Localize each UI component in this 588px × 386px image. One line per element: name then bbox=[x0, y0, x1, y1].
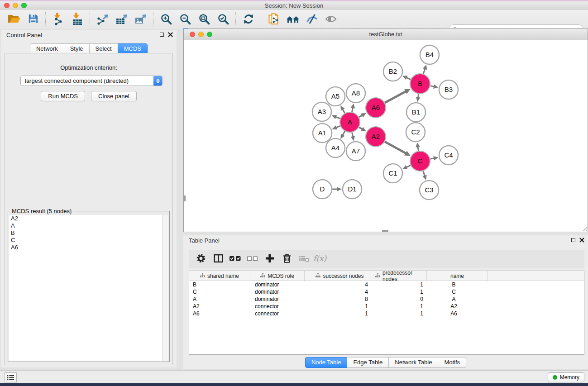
network-window-titlebar[interactable]: testGlobe.txt bbox=[184, 29, 588, 41]
table-row[interactable]: A2connector11A2 bbox=[189, 303, 584, 310]
vertical-scrollbar-thumb[interactable] bbox=[184, 195, 186, 201]
result-list-scrollbar[interactable] bbox=[162, 215, 168, 361]
memory-label: Memory bbox=[560, 374, 579, 381]
column-header-successor-nodes[interactable]: successor nodes bbox=[305, 271, 375, 281]
mcds-result-item[interactable]: B bbox=[9, 229, 168, 237]
node-table: shared name MCDS role successor nodes pr… bbox=[189, 271, 584, 355]
hide-graphics-icon bbox=[306, 13, 318, 26]
export-image-button[interactable] bbox=[131, 11, 150, 28]
table-cell: 1 bbox=[375, 281, 427, 288]
memory-button[interactable]: Memory bbox=[548, 372, 584, 382]
graph-edge-A2-C[interactable] bbox=[385, 142, 406, 153]
column-type-icon bbox=[200, 273, 205, 279]
zoom-out-icon bbox=[179, 13, 191, 26]
table-settings-button[interactable] bbox=[192, 252, 210, 267]
export-network-button[interactable] bbox=[93, 11, 112, 28]
open-session-button[interactable] bbox=[5, 11, 24, 28]
create-column-button[interactable] bbox=[261, 252, 278, 267]
deselect-all-button[interactable] bbox=[244, 252, 261, 267]
unchecked-pair-icon bbox=[246, 253, 259, 266]
close-panel-icon[interactable] bbox=[168, 32, 173, 37]
table-row[interactable]: Cdominator41C bbox=[189, 288, 584, 295]
zoom-selected-button[interactable] bbox=[214, 11, 233, 28]
delete-table-button bbox=[296, 252, 313, 267]
mcds-result-item[interactable]: A6 bbox=[9, 244, 168, 251]
column-type-icon bbox=[316, 273, 320, 279]
toolbar-separator bbox=[235, 12, 236, 27]
mcds-result-item[interactable]: C bbox=[9, 237, 168, 244]
export-image-icon bbox=[134, 13, 147, 27]
zoom-out-button[interactable] bbox=[176, 11, 195, 28]
table-row[interactable]: Adominator80A bbox=[189, 295, 584, 303]
criterion-dropdown[interactable]: largest connected component (directed) bbox=[20, 76, 163, 86]
import-network-button[interactable] bbox=[49, 11, 68, 28]
zoom-in-button[interactable] bbox=[157, 11, 176, 28]
horizontal-scrollbar-thumb[interactable] bbox=[382, 230, 388, 232]
graph-node-label: C1 bbox=[388, 169, 397, 177]
mcds-result-box: MCDS result (5 nodes) A2ABCA6 bbox=[8, 208, 170, 362]
mcds-result-title: MCDS result (5 nodes) bbox=[10, 208, 73, 214]
delete-column-button[interactable] bbox=[278, 252, 296, 267]
table-cell: 4 bbox=[305, 281, 375, 288]
select-all-button[interactable] bbox=[227, 252, 244, 267]
tab-network-table[interactable]: Network Table bbox=[388, 357, 438, 368]
mcds-result-item[interactable]: A2 bbox=[9, 215, 168, 222]
export-table-button[interactable] bbox=[112, 11, 131, 28]
float-panel-icon[interactable] bbox=[160, 33, 164, 37]
home-button[interactable] bbox=[283, 11, 302, 28]
criterion-selected-value: largest connected component (directed) bbox=[21, 77, 153, 84]
zoom-fit-button[interactable] bbox=[195, 11, 214, 28]
graph-edge-arrowhead bbox=[416, 97, 421, 102]
table-cell: A6 bbox=[427, 310, 488, 317]
tab-motifs[interactable]: Motifs bbox=[438, 357, 466, 368]
close-panel-button[interactable]: Close panel bbox=[91, 91, 137, 101]
graph-edge-arrowhead bbox=[433, 84, 438, 88]
graph-node-label: C3 bbox=[425, 186, 433, 194]
column-header-predecessor-nodes[interactable]: predecessor nodes bbox=[375, 271, 427, 281]
svg-text:f(x): f(x) bbox=[313, 254, 327, 263]
column-header-shared-name[interactable]: shared name bbox=[189, 271, 250, 281]
show-graphics-details-button[interactable] bbox=[321, 11, 340, 28]
graph-edge-arrowhead bbox=[351, 136, 355, 141]
save-session-button[interactable] bbox=[24, 11, 43, 28]
resize-grip[interactable] bbox=[581, 225, 587, 231]
graph-edge-arrowhead bbox=[416, 143, 420, 148]
import-table-button[interactable] bbox=[68, 11, 87, 28]
network-canvas[interactable]: B4B2BB3A8A5A6A3B1AC2A1A2A4A7C4CC1DC3D1 bbox=[184, 40, 588, 232]
table-cell: 4 bbox=[305, 288, 375, 295]
tab-node-table[interactable]: Node Table bbox=[305, 357, 348, 368]
hide-graphics-details-button[interactable] bbox=[302, 11, 321, 28]
column-header-label: MCDS role bbox=[268, 273, 294, 279]
app-titlebar: Session: New Session bbox=[0, 1, 588, 10]
tab-edge-table[interactable]: Edge Table bbox=[347, 357, 389, 368]
apply-layout-button[interactable] bbox=[239, 11, 258, 28]
run-mcds-button[interactable]: Run MCDS bbox=[41, 91, 85, 101]
table-body: Bdominator41BCdominator41CAdominator80AA… bbox=[189, 281, 584, 317]
optimization-criterion-label: Optimization criterion: bbox=[5, 64, 172, 71]
dropdown-stepper-icon bbox=[153, 76, 162, 86]
table-tabs: Node TableEdge TableNetwork TableMotifs bbox=[183, 357, 588, 368]
clone-network-button[interactable] bbox=[264, 11, 283, 28]
graph-node-label: A3 bbox=[318, 108, 326, 115]
show-panels-button[interactable] bbox=[5, 372, 17, 382]
column-header-label: shared name bbox=[207, 273, 239, 279]
table-row[interactable]: Bdominator41B bbox=[189, 281, 584, 288]
float-table-panel-icon[interactable] bbox=[571, 238, 575, 242]
table-row[interactable]: A6connector11A6 bbox=[189, 310, 584, 317]
mcds-result-item[interactable]: A bbox=[9, 222, 168, 229]
gear-icon bbox=[195, 253, 207, 266]
network-graph[interactable]: B4B2BB3A8A5A6A3B1AC2A1A2A4A7C4CC1DC3D1 bbox=[184, 40, 588, 232]
column-header-MCDS-role[interactable]: MCDS role bbox=[250, 271, 305, 281]
graph-node-label: C4 bbox=[444, 151, 453, 159]
column-type-icon bbox=[260, 273, 265, 279]
close-table-panel-icon[interactable] bbox=[579, 238, 584, 243]
home-icon bbox=[286, 13, 300, 26]
table-cell: 1 bbox=[375, 303, 427, 310]
graph-edge-A6-B[interactable] bbox=[385, 91, 406, 103]
zoom-fit-icon bbox=[198, 13, 210, 26]
table-panel-header: Table Panel bbox=[183, 235, 588, 244]
column-header-name[interactable]: name bbox=[427, 271, 488, 281]
mcds-result-list: A2ABCA6 bbox=[9, 215, 168, 361]
column-view-button[interactable] bbox=[210, 252, 227, 267]
table-cell: B bbox=[189, 281, 250, 288]
